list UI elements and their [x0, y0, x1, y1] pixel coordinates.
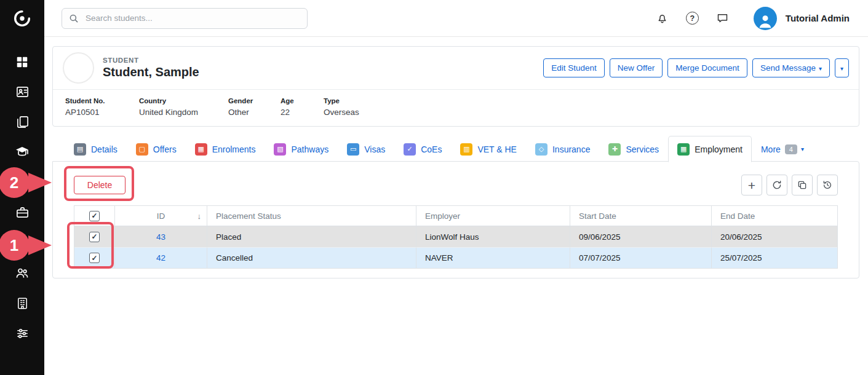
services-tab-icon: ✚ — [608, 143, 621, 156]
bell-icon — [656, 12, 669, 25]
row-checkbox[interactable]: ✓ — [89, 253, 100, 263]
tab-enrolments[interactable]: ▦ Enrolments — [186, 136, 265, 162]
info-country: Country United Kingdom — [139, 97, 228, 117]
tab-pathways[interactable]: ▧ Pathways — [265, 136, 338, 162]
tab-vet-he[interactable]: ▥ VET & HE — [451, 136, 526, 162]
sidebar-item-courses[interactable] — [0, 144, 44, 160]
end-date-cell: 20/06/2025 — [711, 226, 837, 247]
history-button[interactable] — [817, 175, 838, 195]
table-row[interactable]: ✓ 42 Cancelled NAVER 07/07/2025 25/07/20… — [74, 247, 837, 268]
start-date-cell: 07/07/2025 — [570, 247, 711, 268]
column-header-end-date[interactable]: End Date — [711, 206, 837, 226]
employment-table: ✓ ID ↓ Placement Status Employer Start D… — [74, 205, 838, 269]
details-tab-icon: ▤ — [74, 143, 86, 156]
user-avatar[interactable] — [754, 7, 777, 30]
placement-status-cell: Cancelled — [207, 247, 416, 268]
edit-student-button[interactable]: Edit Student — [543, 58, 605, 77]
start-date-cell: 09/06/2025 — [570, 226, 711, 247]
send-message-button[interactable]: Send Message▾ — [752, 58, 830, 77]
record-id-link[interactable]: 42 — [156, 253, 165, 262]
person-icon — [756, 12, 774, 30]
search-icon — [68, 13, 79, 24]
user-name: Tutorial Admin — [786, 13, 850, 23]
copy-icon — [797, 180, 808, 191]
info-student-no: Student No. AP10501 — [65, 97, 139, 117]
merge-document-button[interactable]: Merge Document — [667, 58, 747, 77]
info-type: Type Overseas — [324, 97, 359, 117]
sidebar-item-documents[interactable] — [0, 114, 44, 130]
app-logo[interactable] — [0, 0, 44, 37]
column-header-placement-status[interactable]: Placement Status — [207, 206, 416, 226]
column-header-employer[interactable]: Employer — [416, 206, 570, 226]
record-id-link[interactable]: 43 — [156, 232, 165, 242]
sidebar-item-dashboard[interactable] — [0, 54, 44, 70]
calendar-icon — [15, 235, 30, 250]
info-age: Age 22 — [281, 97, 324, 117]
enrolments-tab-icon: ▦ — [195, 143, 207, 156]
row-id-cell: 42 — [114, 247, 207, 268]
tab-details[interactable]: ▤ Details — [65, 136, 127, 162]
sidebar-item-applications[interactable] — [0, 174, 44, 190]
main-content: STUDENT Student, Sample Edit Student New… — [44, 38, 868, 375]
history-icon — [822, 180, 833, 191]
student-search — [62, 8, 308, 29]
tab-services[interactable]: ✚ Services — [599, 136, 668, 162]
record-type-label: STUDENT — [103, 57, 199, 64]
chevron-down-icon: ▾ — [840, 65, 843, 72]
employer-cell: LionWolf Haus — [416, 226, 570, 247]
help-icon: ? — [686, 12, 699, 25]
row-id-cell: 43 — [114, 226, 207, 247]
coes-tab-icon: ✓ — [404, 143, 416, 156]
tab-insurance[interactable]: ◇ Insurance — [526, 136, 599, 162]
app-window: ? Tutorial Admin STUDENT — [0, 0, 868, 375]
sidebar — [0, 0, 44, 375]
people-icon — [15, 266, 30, 280]
student-name: Student, Sample — [103, 65, 199, 79]
select-all-checkbox[interactable]: ✓ — [89, 211, 100, 221]
student-header-card: STUDENT Student, Sample Edit Student New… — [52, 46, 859, 127]
help-button[interactable]: ? — [686, 12, 699, 25]
tab-visas[interactable]: ▭ Visas — [338, 136, 394, 162]
vet-he-tab-icon: ▥ — [460, 143, 472, 156]
sliders-icon — [15, 326, 30, 341]
tab-employment[interactable]: ▦ Employment — [668, 136, 752, 162]
refresh-button[interactable] — [766, 175, 787, 195]
copy-button[interactable] — [792, 175, 813, 195]
more-count-badge: 4 — [785, 144, 797, 154]
notifications-button[interactable] — [656, 12, 669, 25]
add-record-button[interactable]: + — [741, 175, 762, 195]
visas-tab-icon: ▭ — [347, 143, 359, 156]
pathways-tab-icon: ▧ — [274, 143, 286, 156]
chat-button[interactable] — [716, 12, 729, 25]
search-input[interactable] — [62, 8, 308, 29]
sidebar-item-employment[interactable] — [0, 204, 44, 220]
documents-icon — [15, 115, 30, 129]
chevron-down-icon: ▾ — [819, 65, 822, 72]
column-header-start-date[interactable]: Start Date — [570, 206, 711, 226]
chat-icon — [716, 12, 729, 25]
sidebar-item-agents[interactable] — [0, 265, 44, 281]
sort-desc-icon: ↓ — [197, 211, 202, 221]
tab-offers[interactable]: ▢ Offers — [127, 136, 186, 162]
column-header-id[interactable]: ID ↓ — [114, 206, 207, 226]
select-all-cell: ✓ — [74, 206, 114, 226]
table-header-row: ✓ ID ↓ Placement Status Employer Start D… — [74, 206, 837, 226]
graduation-cap-icon — [15, 144, 30, 159]
sidebar-item-organisations[interactable] — [0, 295, 44, 311]
row-select-cell: ✓ — [74, 226, 114, 247]
building-icon — [15, 296, 30, 310]
send-message-label: Send Message — [760, 63, 816, 73]
row-checkbox[interactable]: ✓ — [89, 232, 100, 242]
placement-status-cell: Placed — [207, 226, 416, 247]
dashboard-icon — [15, 55, 29, 69]
table-row[interactable]: ✓ 43 Placed LionWolf Haus 09/06/2025 20/… — [74, 226, 837, 247]
tab-more[interactable]: More 4 ▾ — [752, 136, 813, 162]
delete-button[interactable]: Delete — [74, 176, 125, 194]
sidebar-item-events[interactable] — [0, 234, 44, 250]
sidebar-item-students[interactable] — [0, 84, 44, 100]
sidebar-item-settings[interactable] — [0, 325, 44, 341]
briefcase-icon — [15, 205, 30, 219]
more-actions-button[interactable]: ▾ — [835, 58, 849, 77]
tab-coes[interactable]: ✓ CoEs — [394, 136, 451, 162]
new-offer-button[interactable]: New Offer — [610, 58, 663, 77]
